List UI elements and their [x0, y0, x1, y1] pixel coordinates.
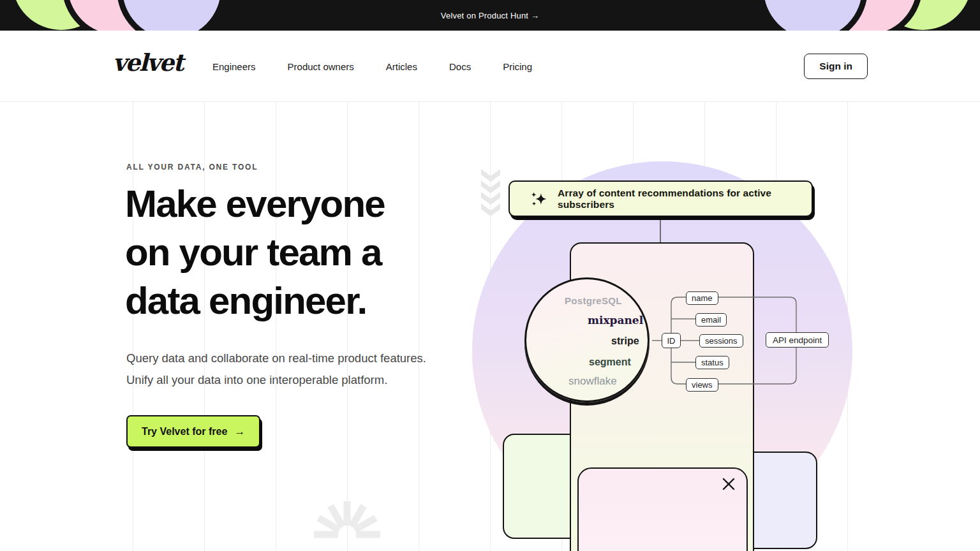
- card-pink-dialog: [577, 467, 748, 551]
- nav-link-articles[interactable]: Articles: [386, 61, 417, 72]
- stripe-logo: stripe: [611, 335, 639, 347]
- field-box-views: views: [686, 378, 718, 392]
- hero-eyebrow: ALL YOUR DATA, ONE TOOL: [126, 163, 258, 172]
- ai-sparkle-icon: [531, 189, 547, 209]
- velvet-logo[interactable]: velvet: [113, 48, 182, 77]
- api-endpoint-box: API endpoint: [766, 332, 829, 348]
- nav-link-engineers[interactable]: Engineers: [212, 61, 256, 72]
- field-box-sessions: sessions: [699, 334, 743, 348]
- velvet-landing-page: Velvet on Product Hunt → velvet Engineer…: [0, 0, 980, 551]
- title-line-3: data engineer.: [125, 277, 385, 325]
- subtitle-line-2: Unify all your data into one interoperab…: [126, 369, 426, 391]
- nav-link-product-owners[interactable]: Product owners: [288, 61, 354, 72]
- hero-section: ALL YOUR DATA, ONE TOOL Make everyone on…: [0, 102, 980, 551]
- mixpanel-logo: mixpanel: [588, 314, 643, 327]
- field-box-email: email: [695, 313, 727, 327]
- promo-banner: Velvet on Product Hunt →: [0, 0, 980, 31]
- chevron-down-stack-icon: [480, 169, 501, 220]
- title-line-1: Make everyone: [125, 180, 385, 228]
- snowflake-logo: snowflake: [568, 375, 617, 388]
- recommendations-callout: Array of content recommendations for act…: [509, 180, 813, 217]
- postgresql-logo: PostgreSQL: [565, 295, 622, 306]
- sunburst-icon: [312, 499, 382, 538]
- data-sources-circle: PostgreSQL mixpanel stripe segment snowf…: [524, 277, 650, 402]
- close-x-icon: [722, 477, 736, 491]
- try-velvet-label: Try Velvet for free: [142, 426, 227, 437]
- title-line-2: on your team a: [125, 228, 385, 277]
- segment-logo: segment: [589, 356, 631, 368]
- hero-subtitle: Query data and collaborate on real-time …: [126, 348, 426, 391]
- page-title: Make everyone on your team a data engine…: [125, 180, 385, 325]
- id-box: ID: [662, 333, 681, 348]
- field-box-status: status: [695, 356, 729, 369]
- sign-in-button[interactable]: Sign in: [804, 54, 868, 79]
- nav-link-docs[interactable]: Docs: [449, 61, 471, 72]
- navbar: velvet Engineers Product owners Articles…: [0, 31, 980, 102]
- nav-links: Engineers Product owners Articles Docs P…: [212, 31, 532, 102]
- callout-label: Array of content recommendations for act…: [558, 187, 812, 210]
- nav-link-pricing[interactable]: Pricing: [503, 61, 532, 72]
- try-velvet-button[interactable]: Try Velvet for free →: [126, 415, 260, 448]
- subtitle-line-1: Query data and collaborate on real-time …: [126, 348, 426, 369]
- promo-link[interactable]: Velvet on Product Hunt →: [0, 0, 980, 31]
- arrow-right-icon: →: [234, 425, 245, 438]
- field-box-name: name: [686, 291, 718, 305]
